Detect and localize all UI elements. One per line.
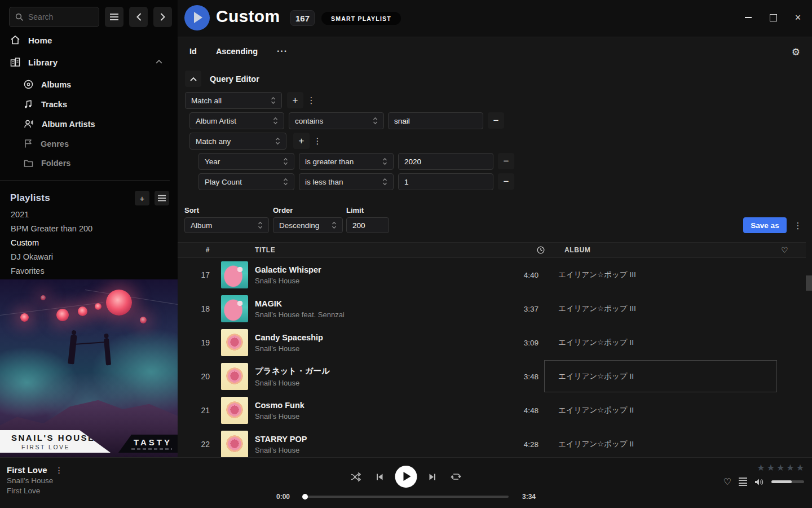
repeat-button[interactable] — [448, 468, 465, 485]
column-header-title[interactable]: TITLE — [255, 246, 275, 254]
chevron-left-icon — [136, 13, 142, 21]
rule-value-input[interactable] — [398, 173, 493, 190]
queue-button[interactable] — [739, 478, 747, 487]
track-artist[interactable]: Snail’s House — [255, 277, 501, 285]
track-album[interactable]: エイリアン☆ポップ II — [539, 439, 775, 449]
remove-rule-button[interactable]: − — [488, 112, 504, 129]
sidebar-item-home[interactable]: Home — [10, 35, 168, 45]
track-artist[interactable]: Snail’s House — [255, 379, 501, 387]
rule-field-select[interactable]: Album Artist — [189, 112, 284, 129]
rule-group-menu-button[interactable]: ⋮ — [312, 133, 323, 149]
rule-field-select[interactable]: Play Count — [198, 173, 294, 190]
playlist-item-bpm[interactable]: BPM Greater than 200 — [11, 224, 92, 233]
manage-playlists-button[interactable] — [155, 191, 169, 205]
save-as-button[interactable]: Save as — [743, 217, 787, 233]
track-album[interactable]: エイリアン☆ポップ II — [539, 371, 775, 382]
order-select[interactable]: Descending — [273, 217, 343, 233]
track-artist[interactable]: Snail’s House feat. Sennzai — [255, 310, 501, 319]
nav-forward-button[interactable] — [153, 7, 172, 27]
limit-input[interactable] — [346, 217, 389, 233]
add-rule-button[interactable]: + — [287, 92, 303, 108]
table-row[interactable]: 20 プラネット・ガール Snail’s House 3:48 エイリアン☆ポッ… — [178, 360, 806, 393]
play-playlist-button[interactable] — [184, 5, 210, 30]
silhouette-figure — [68, 335, 77, 365]
search-input[interactable] — [9, 7, 99, 27]
collapse-library-button[interactable] — [156, 59, 162, 64]
remove-rule-button[interactable]: − — [498, 153, 514, 169]
star-icon[interactable]: ★ — [796, 463, 804, 472]
playlist-item-dj-okawari[interactable]: DJ Okawari — [11, 252, 53, 261]
column-header-index[interactable]: # — [185, 246, 210, 254]
now-playing-menu-button[interactable]: ⋮ — [55, 466, 63, 475]
star-icon[interactable]: ★ — [767, 463, 775, 472]
add-playlist-button[interactable]: + — [135, 191, 149, 205]
rule-value-input[interactable] — [398, 153, 493, 170]
track-album[interactable]: エイリアン☆ポップ III — [539, 270, 775, 280]
rule-operator-select[interactable]: contains — [289, 112, 384, 129]
nav-back-button[interactable] — [129, 7, 148, 27]
menu-button[interactable] — [105, 7, 123, 27]
root-match-select[interactable]: Match all — [185, 92, 282, 109]
track-artist[interactable]: Snail’s House — [255, 412, 501, 421]
sort-direction-button[interactable]: Ascending — [216, 47, 258, 56]
table-row[interactable]: 21 Cosmo Funk Snail’s House 4:48 エイリアン☆ポ… — [178, 393, 806, 427]
playlist-item-custom[interactable]: Custom — [11, 238, 39, 247]
remove-rule-button[interactable]: − — [498, 173, 514, 190]
previous-button[interactable] — [372, 468, 389, 485]
track-album[interactable]: エイリアン☆ポップ II — [539, 405, 775, 415]
search-field[interactable] — [28, 12, 90, 21]
now-playing-art[interactable]: SNAIL'S HOUSE FIRST LOVE TASTY — [0, 279, 178, 457]
track-album[interactable]: エイリアン☆ポップ III — [539, 304, 775, 314]
table-row[interactable]: 17 Galactic Whisper Snail’s House 4:40 エ… — [178, 258, 806, 292]
next-button[interactable] — [424, 468, 441, 485]
add-rule-button[interactable]: + — [293, 133, 310, 149]
query-editor-collapse-button[interactable] — [185, 71, 201, 87]
sidebar-item-library[interactable]: Library — [10, 57, 168, 67]
volume-button[interactable] — [754, 478, 764, 486]
track-artist[interactable]: Snail’s House — [255, 344, 501, 353]
volume-slider[interactable] — [771, 480, 804, 483]
table-scrollbar-thumb[interactable] — [806, 275, 812, 291]
star-icon[interactable]: ★ — [776, 463, 784, 472]
playlist-item-favorites[interactable]: Favorites — [11, 266, 45, 275]
track-artist[interactable]: Snail’s House — [255, 446, 501, 454]
star-icon[interactable]: ★ — [757, 463, 765, 472]
sort-select[interactable]: Album — [184, 217, 269, 233]
seek-bar[interactable] — [303, 496, 509, 498]
more-options-button[interactable]: ··· — [277, 46, 288, 56]
favorite-button[interactable]: ♡ — [723, 476, 731, 487]
star-icon[interactable]: ★ — [786, 463, 794, 472]
now-playing-album[interactable]: First Love — [7, 487, 63, 495]
minimize-button[interactable] — [742, 11, 754, 24]
group-match-select[interactable]: Match any — [189, 133, 286, 150]
seek-knob[interactable] — [302, 494, 308, 500]
query-menu-button[interactable]: ⋮ — [793, 217, 803, 234]
playlist-item-2021[interactable]: 2021 — [11, 210, 29, 219]
sort-field-button[interactable]: Id — [189, 47, 197, 56]
favorite-column-header[interactable]: ♡ — [781, 246, 806, 255]
duration-column-header[interactable] — [537, 246, 545, 254]
rule-value-input[interactable] — [388, 112, 483, 129]
shuffle-button[interactable] — [348, 468, 365, 485]
rule-operator-select[interactable]: is greater than — [299, 153, 394, 170]
play-button[interactable] — [395, 466, 417, 488]
table-row[interactable]: 18 MAGIK Snail’s House feat. Sennzai 3:3… — [178, 292, 806, 326]
sidebar-item-album-artists[interactable]: Album Artists — [24, 119, 95, 129]
rule-operator-select[interactable]: is less than — [299, 173, 394, 190]
record-label-name: TASTY — [134, 437, 172, 447]
track-album[interactable]: エイリアン☆ポップ II — [539, 338, 775, 348]
sidebar-item-genres[interactable]: Genres — [24, 139, 69, 148]
maximize-button[interactable] — [767, 11, 779, 24]
column-header-album[interactable]: ALBUM — [545, 246, 781, 254]
table-row[interactable]: 22 STARRY POP Snail’s House 4:28 エイリアン☆ポ… — [178, 427, 806, 461]
now-playing-artist[interactable]: Snail’s House — [7, 476, 63, 485]
table-row[interactable]: 19 Candy Spaceship Snail’s House 3:09 エイ… — [178, 326, 806, 360]
close-button[interactable]: × — [792, 11, 804, 24]
sidebar-item-folders[interactable]: Folders — [24, 159, 70, 168]
rule-group-menu-button[interactable]: ⋮ — [306, 92, 316, 108]
rule-field-select[interactable]: Year — [198, 153, 294, 170]
sidebar-item-albums[interactable]: Albums — [24, 80, 71, 89]
settings-gear-icon[interactable]: ⚙ — [792, 46, 800, 58]
playlists-title: Playlists — [10, 192, 50, 204]
sidebar-item-tracks[interactable]: Tracks — [24, 99, 67, 109]
